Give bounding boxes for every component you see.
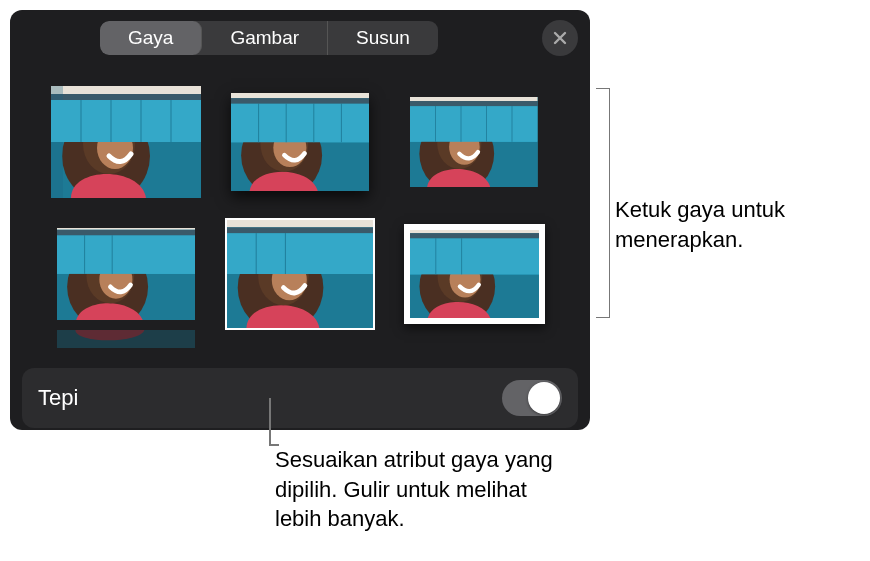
- border-switch[interactable]: [502, 380, 562, 416]
- tab-style[interactable]: Gaya: [100, 21, 202, 55]
- callout-leader: [269, 398, 271, 444]
- style-thumb-small[interactable]: [399, 86, 549, 198]
- svg-rect-8: [51, 100, 201, 142]
- style-thumb-thin-border[interactable]: [225, 218, 375, 330]
- callout-attributes: Sesuaikan atribut gaya yang dipilih. Gul…: [275, 445, 575, 534]
- format-panel: Gaya Gambar Susun: [10, 10, 590, 430]
- svg-rect-66: [410, 230, 539, 233]
- callout-styles: Ketuk gaya untuk menerapkan.: [615, 195, 855, 254]
- svg-rect-63: [410, 238, 539, 274]
- svg-rect-5: [51, 86, 201, 94]
- style-thumb-shadow[interactable]: [225, 86, 375, 198]
- svg-rect-30: [410, 106, 538, 142]
- svg-rect-46: [57, 230, 195, 236]
- svg-rect-35: [410, 97, 538, 101]
- tabs-segmented-control: Gaya Gambar Susun: [100, 21, 438, 55]
- svg-rect-42: [57, 235, 195, 274]
- close-button[interactable]: [542, 20, 578, 56]
- tab-arrange[interactable]: Susun: [328, 21, 438, 55]
- style-thumb-plain[interactable]: [51, 86, 201, 198]
- style-thumb-reflection[interactable]: [51, 218, 201, 330]
- tab-image[interactable]: Gambar: [202, 21, 328, 55]
- callout-bracket: [596, 88, 610, 318]
- svg-rect-67: [410, 233, 539, 238]
- svg-rect-56: [227, 220, 373, 227]
- border-row[interactable]: Tepi: [22, 368, 578, 428]
- svg-rect-6: [51, 94, 201, 100]
- close-icon: [552, 30, 568, 46]
- tabs-bar: Gaya Gambar Susun: [10, 10, 590, 62]
- svg-rect-24: [231, 98, 369, 104]
- svg-rect-36: [410, 101, 538, 106]
- styles-grid: [10, 62, 590, 356]
- border-label: Tepi: [38, 385, 78, 411]
- svg-rect-57: [227, 227, 373, 233]
- svg-rect-18: [231, 103, 369, 142]
- svg-rect-45: [57, 228, 195, 230]
- style-thumb-thick-border[interactable]: [399, 218, 549, 330]
- svg-rect-53: [227, 233, 373, 274]
- svg-rect-23: [231, 93, 369, 98]
